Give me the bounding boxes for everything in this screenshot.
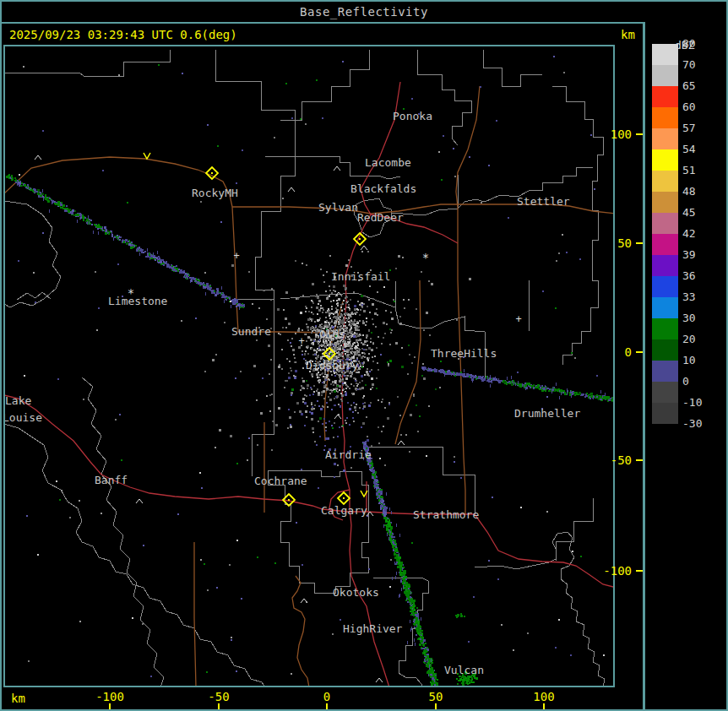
county-boundaries bbox=[5, 50, 605, 686]
town-caret-icon bbox=[288, 187, 295, 192]
right-axis-tick-label: -100 bbox=[603, 564, 632, 578]
colorbar-swatch bbox=[652, 128, 678, 149]
city-label: RockyMH bbox=[192, 187, 238, 199]
colorbar-value: 20 bbox=[682, 333, 716, 346]
radar-site-icon bbox=[338, 492, 350, 504]
radar-map-canvas: **+++PonokaLacombeBlackfaldsSylvanRedDee… bbox=[5, 46, 613, 686]
colorbar-value: 36 bbox=[682, 269, 716, 283]
colorbar-swatch bbox=[652, 192, 678, 213]
town-caret-icon bbox=[35, 155, 41, 160]
town-caret-icon bbox=[376, 678, 383, 682]
colorbar-swatch bbox=[652, 149, 678, 171]
colorbar-swatch bbox=[652, 65, 678, 86]
bottom-axis-tick-label: 50 bbox=[416, 690, 456, 703]
city-label: HighRiver bbox=[343, 622, 403, 635]
city-label: Innisfail bbox=[331, 270, 390, 283]
radar-map[interactable]: **+++PonokaLacombeBlackfaldsSylvanRedDee… bbox=[3, 45, 615, 687]
bottom-axis-tick-label: 100 bbox=[524, 690, 564, 703]
colorbar-swatch bbox=[652, 86, 678, 107]
city-label: Banff bbox=[95, 474, 128, 486]
city-label: Olds bbox=[319, 328, 345, 340]
town-caret-icon bbox=[361, 246, 367, 250]
colorbar-value: 30 bbox=[682, 312, 716, 325]
bottom-axis-tick bbox=[326, 703, 328, 711]
right-axis-tick bbox=[636, 133, 643, 135]
town-caret-icon bbox=[398, 441, 405, 445]
colorbar-value: 70 bbox=[682, 58, 716, 72]
colorbar-swatch bbox=[652, 297, 678, 318]
colorbar-value: 33 bbox=[682, 290, 716, 304]
city-label: Limestone bbox=[108, 295, 168, 307]
colorbar-value: 65 bbox=[682, 79, 716, 93]
colorbar-swatch bbox=[652, 339, 678, 361]
echo-streak-se bbox=[362, 441, 440, 686]
colorbar-swatch bbox=[652, 276, 678, 297]
colorbar-value: 48 bbox=[682, 185, 716, 198]
right-axis-tick-label: 50 bbox=[603, 236, 632, 250]
bottom-axis-tick-label: -100 bbox=[90, 690, 130, 703]
colorbar-value: 51 bbox=[682, 164, 716, 177]
city-label: RedDeer bbox=[357, 211, 404, 224]
right-axis-tick-label: 0 bbox=[603, 345, 632, 359]
city-label: Sylvan bbox=[318, 201, 358, 214]
right-axis-tick bbox=[636, 570, 643, 572]
colorbar-swatch bbox=[652, 44, 678, 65]
city-label: Okotoks bbox=[333, 586, 379, 599]
town-caret-icon bbox=[334, 415, 341, 419]
colorbar-value: 80 bbox=[682, 37, 716, 51]
colorbar-value: 39 bbox=[682, 248, 716, 262]
colorbar-value: 0 bbox=[682, 375, 716, 388]
bottom-axis-tick bbox=[218, 703, 220, 711]
cross-marker-icon: + bbox=[515, 313, 521, 325]
bottom-axis-tick bbox=[109, 703, 111, 711]
colorbar-swatch bbox=[652, 318, 678, 339]
colorbar-swatch bbox=[652, 171, 678, 192]
city-label: Stettler bbox=[517, 195, 570, 208]
city-label: Calgary bbox=[321, 504, 367, 517]
title-bar[interactable]: Base_Reflectivity bbox=[2, 2, 726, 24]
radar-viewer-window: Base_Reflectivity 2025/09/23 03:29:43 UT… bbox=[0, 0, 728, 711]
radar-site-icon bbox=[206, 167, 218, 179]
right-axis-unit: km bbox=[621, 28, 635, 41]
colorbar-value: -10 bbox=[682, 396, 716, 410]
colorbar-swatch bbox=[652, 107, 678, 128]
city-label: Didsbury bbox=[306, 359, 359, 372]
colorbar-value: 60 bbox=[682, 100, 716, 114]
city-label: Sundre bbox=[231, 325, 271, 338]
city-label: Cochrane bbox=[254, 475, 307, 487]
colorbar-value: -30 bbox=[682, 417, 716, 431]
city-label: Blackfalds bbox=[350, 182, 416, 195]
city-label: Ponoka bbox=[393, 110, 432, 122]
city-label: Strathmore bbox=[413, 508, 479, 521]
colorbar-value: 45 bbox=[682, 206, 716, 220]
colorbar-swatch bbox=[652, 255, 678, 276]
radar-vee-marker-icon bbox=[144, 153, 150, 159]
timestamp: 2025/09/23 03:29:43 UTC 0.6(deg) bbox=[9, 28, 237, 41]
town-caret-icon bbox=[334, 166, 340, 171]
star-marker-icon: * bbox=[422, 251, 429, 264]
colorbar-swatch bbox=[652, 403, 678, 424]
colorbar-swatch bbox=[652, 234, 678, 255]
cross-marker-icon: + bbox=[233, 250, 239, 262]
right-axis-tick bbox=[636, 242, 643, 244]
colorbar-swatch bbox=[652, 213, 678, 234]
colorbar-value: 57 bbox=[682, 122, 716, 135]
city-label: Airdrie bbox=[325, 448, 372, 461]
city-label: ThreeHills bbox=[431, 347, 497, 360]
right-axis-tick bbox=[636, 351, 643, 353]
colorbar-value: 10 bbox=[682, 354, 716, 367]
echo-dots-se bbox=[455, 613, 465, 618]
bottom-axis-unit: km bbox=[11, 692, 25, 705]
bottom-axis-tick bbox=[435, 703, 437, 711]
city-label: Lacombe bbox=[365, 156, 411, 169]
right-axis-tick bbox=[636, 459, 643, 461]
bottom-axis-tick-label: 0 bbox=[307, 690, 347, 703]
bottom-axis-tick-label: -50 bbox=[198, 690, 239, 703]
city-label: Vulcan bbox=[444, 664, 484, 676]
city-label: Louise bbox=[5, 411, 42, 424]
bottom-axis-tick bbox=[543, 703, 545, 711]
town-caret-icon bbox=[301, 599, 307, 603]
right-axis-tick-label: 100 bbox=[603, 128, 632, 141]
window-title: Base_Reflectivity bbox=[300, 5, 428, 19]
colorbar-swatch bbox=[652, 361, 678, 382]
